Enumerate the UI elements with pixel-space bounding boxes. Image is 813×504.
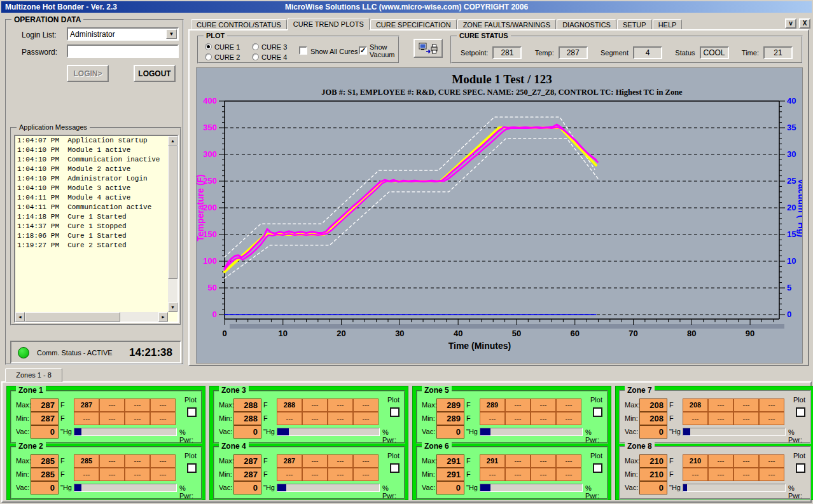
show-all-cures-checkbox[interactable] <box>299 46 307 55</box>
zone-max-label: Max: <box>219 457 234 465</box>
zone-plot-checkbox[interactable] <box>593 407 602 417</box>
tab-diagnostics[interactable]: DIAGNOSTICS <box>557 19 616 30</box>
zone-vac-label: Vac: <box>16 428 29 435</box>
scrollbar-thumb[interactable] <box>168 146 177 279</box>
zone-power-bar <box>683 484 786 492</box>
zone-vac-value: 0 <box>639 425 667 439</box>
radio-cure-1[interactable] <box>205 43 212 50</box>
svg-text:40: 40 <box>454 329 462 338</box>
zone-cell: --- <box>99 412 125 425</box>
chevron-down-icon[interactable]: ▼ <box>166 29 177 39</box>
zone-max-unit: F <box>466 401 471 409</box>
svg-text:35: 35 <box>787 123 796 132</box>
message-line: 1:14:37 PM Cure 1 Stopped <box>15 222 177 231</box>
zone-plot-checkbox[interactable] <box>390 407 400 417</box>
svg-text:60: 60 <box>571 329 580 338</box>
show-all-cures-label: Show All Cures <box>310 48 358 55</box>
tab-zones-1-8[interactable]: Zones 1 - 8 <box>5 368 62 382</box>
scroll-up-icon[interactable]: ▲ <box>168 136 177 146</box>
zone-cell: --- <box>733 468 759 481</box>
screen-to-printer-icon <box>419 42 438 55</box>
zone-min-value: 287 <box>31 412 59 425</box>
svg-text:300: 300 <box>203 149 217 159</box>
svg-text:70: 70 <box>629 329 637 338</box>
zone-vac-label: Vac: <box>625 484 638 491</box>
zone-power-fill <box>683 484 687 491</box>
svg-text:Vacuum ("Hg): Vacuum ("Hg) <box>796 179 802 237</box>
tab-cure-trend-plots[interactable]: CURE TREND PLOTS <box>288 18 370 30</box>
zone-cell: --- <box>505 454 531 468</box>
zone-cell: --- <box>759 398 784 412</box>
zone-cell: --- <box>556 398 581 412</box>
zone-vac-label: Vac: <box>16 484 29 491</box>
zone-power-bar <box>683 428 786 436</box>
zone-cell: --- <box>759 468 784 481</box>
zone-max-unit: F <box>263 401 268 409</box>
svg-text:30: 30 <box>395 329 404 338</box>
horizontal-scrollbar[interactable]: ◄ ► <box>15 312 168 322</box>
zone-plot-checkbox[interactable] <box>390 463 400 473</box>
cure-status-temp-value: 287 <box>559 46 588 59</box>
title-bar: Multizone Hot Bonder - Ver. 2.3 MicroWis… <box>1 1 812 13</box>
scroll-right-icon[interactable]: ► <box>158 312 168 322</box>
cure-status-field-label: Setpoint: <box>461 49 488 57</box>
tab-cure-control-status[interactable]: CURE CONTROL/STATUS <box>191 19 287 30</box>
scrollbar-thumb-h[interactable] <box>25 312 120 322</box>
zone-cell: --- <box>125 468 150 481</box>
login-button[interactable]: LOGIN> <box>67 65 109 82</box>
zone-cell: 289 <box>480 398 505 412</box>
svg-text:100: 100 <box>203 256 217 266</box>
minimize-button[interactable]: v <box>785 18 796 29</box>
series-zone-temp-low <box>225 127 598 269</box>
tab-cure-specification[interactable]: CURE SPECIFICATION <box>370 19 457 30</box>
zone-plot-checkbox[interactable] <box>187 463 197 473</box>
svg-text:0: 0 <box>212 310 217 319</box>
application-messages-list[interactable]: ▲ ▼ ◄ ► 1:04:07 PM Application startup1:… <box>14 135 179 323</box>
password-label: Password: <box>22 48 57 57</box>
login-list-value: Administrator <box>70 30 115 39</box>
zone-panel-zone-8: Zone 8Max:210FMin:210FVac:0"Hg210-------… <box>619 446 811 500</box>
scroll-left-icon[interactable]: ◄ <box>15 312 25 322</box>
zone-cell: --- <box>74 468 99 481</box>
zone-plot-checkbox[interactable] <box>187 407 197 417</box>
cure-trend-plots-page: PLOT Show All Cures ✓ Show Vacuum CURE 1… <box>188 29 809 366</box>
zone-plot-checkbox[interactable] <box>796 463 805 473</box>
tab-help[interactable]: HELP <box>653 19 683 30</box>
app-window: { "window": { "title": "Multizone Hot Bo… <box>0 0 813 504</box>
radio-cure-2[interactable] <box>205 53 212 60</box>
radio-cure-3[interactable] <box>252 43 259 50</box>
zone-pair-panel: Zone 3Max:288FMin:288FVac:0"Hg288-------… <box>209 386 408 500</box>
close-button[interactable]: X <box>799 18 810 29</box>
zone-vac-unit: "Hg <box>263 484 275 491</box>
zone-vac-unit: "Hg <box>60 484 72 491</box>
scroll-down-icon[interactable]: ▼ <box>168 303 177 312</box>
zone-power-bar <box>277 428 380 436</box>
zone-min-unit: F <box>60 414 65 422</box>
cure-status-field-temp: Temp:287 <box>535 46 588 59</box>
radio-cure-4[interactable] <box>252 53 259 60</box>
zone-max-label: Max: <box>625 401 640 409</box>
login-list-label: Login List: <box>22 31 57 39</box>
zone-plot-label: Plot <box>184 452 197 460</box>
zone-cell: --- <box>531 454 556 468</box>
cure-status-status-value: COOL <box>700 46 729 59</box>
zone-title: Zone 6 <box>422 442 452 451</box>
tab-zone-faults-warnings[interactable]: ZONE FAULTS/WARNINGS <box>457 19 557 30</box>
zone-plot-checkbox[interactable] <box>796 407 805 417</box>
show-vacuum-checkbox[interactable]: ✓ <box>359 46 367 55</box>
tab-setup[interactable]: SETUP <box>617 19 652 30</box>
application-messages-group: Application Messages ▲ ▼ ◄ ► 1:04:07 PM … <box>10 127 181 325</box>
print-plot-button[interactable] <box>413 39 443 58</box>
zone-vac-label: Vac: <box>422 484 435 491</box>
zone-panel-zone-1: Zone 1Max:287FMin:287FVac:0"Hg287-------… <box>10 390 202 444</box>
zone-cell: --- <box>302 468 328 481</box>
cure-status-field-label: Temp: <box>535 49 554 57</box>
password-field[interactable] <box>67 44 179 58</box>
series-lower-tolerance <box>225 139 599 278</box>
zone-power-bar <box>480 484 583 492</box>
login-list-combobox[interactable]: Administrator ▼ <box>67 27 179 41</box>
logout-button[interactable]: LOGOUT <box>134 65 176 82</box>
zone-cell: --- <box>328 454 353 468</box>
zone-plot-checkbox[interactable] <box>593 463 602 473</box>
vertical-scrollbar[interactable]: ▲ ▼ <box>168 136 177 312</box>
